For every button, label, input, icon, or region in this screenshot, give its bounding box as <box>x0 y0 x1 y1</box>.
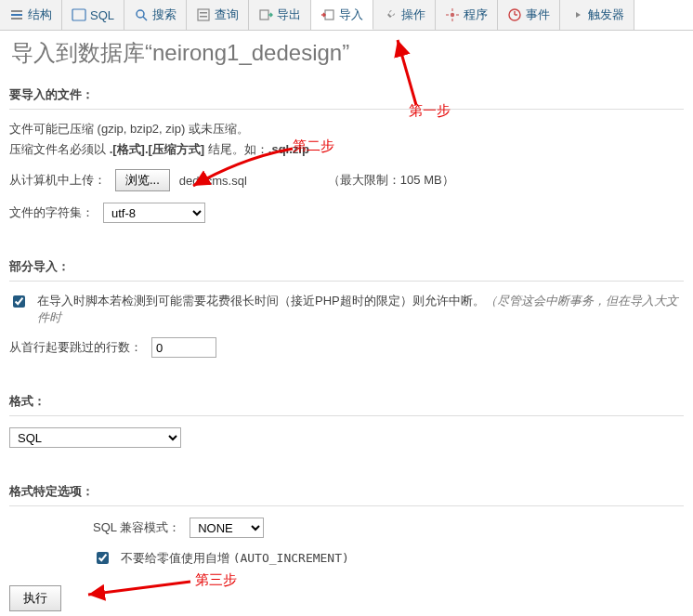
heading-file-to-import: 要导入的文件： <box>9 81 684 110</box>
search-icon <box>134 7 149 22</box>
svg-rect-3 <box>72 9 85 20</box>
tab-query[interactable]: 查询 <box>187 0 249 30</box>
select-format[interactable]: SQL <box>9 427 181 448</box>
browse-button[interactable]: 浏览... <box>115 169 170 191</box>
text-no-autoincrement: 不要给零值使用自增 (AUTO_INCREMENT) <box>121 550 349 567</box>
label-sql-compat: SQL 兼容模式： <box>93 519 180 536</box>
tab-label: 事件 <box>526 7 550 23</box>
text-max-limit: （最大限制：105 MB） <box>328 172 454 189</box>
wrench-icon <box>383 7 398 22</box>
label-skip-rows: 从首行起要跳过的行数： <box>9 339 142 356</box>
text-compress-note: 文件可能已压缩 (gzip, bzip2, zip) 或未压缩。 <box>9 121 684 138</box>
input-skip-rows[interactable] <box>151 337 216 358</box>
select-sql-compat[interactable]: NONE <box>190 518 264 538</box>
svg-rect-6 <box>198 9 209 20</box>
tab-bar: 结构 SQL 搜索 查询 导出 导入 操作 程序 事件 触发器 <box>0 0 693 31</box>
tab-label: 导入 <box>339 7 363 23</box>
text-file-name: dedecms.sql <box>179 174 263 188</box>
label-file-charset: 文件的字符集： <box>9 204 94 221</box>
tab-events[interactable]: 事件 <box>498 0 560 30</box>
heading-format: 格式： <box>9 387 684 416</box>
tab-sql[interactable]: SQL <box>62 0 124 30</box>
svg-rect-7 <box>200 12 207 14</box>
tab-label: 触发器 <box>588 7 624 23</box>
text-name-rule: 压缩文件名必须以 .[格式].[压缩方式] 结尾。如：.sql.zip <box>9 141 684 158</box>
tab-export[interactable]: 导出 <box>249 0 311 30</box>
tab-label: 操作 <box>401 7 425 23</box>
tab-routines[interactable]: 程序 <box>436 0 498 30</box>
label-upload-from-computer: 从计算机中上传： <box>9 172 106 189</box>
sql-icon <box>72 7 86 22</box>
tab-search[interactable]: 搜索 <box>124 0 187 30</box>
checkbox-no-autoincrement[interactable] <box>97 552 109 564</box>
tab-label: 搜索 <box>152 7 177 23</box>
structure-icon <box>9 7 24 22</box>
svg-rect-2 <box>11 18 22 20</box>
svg-rect-0 <box>11 10 22 12</box>
select-file-charset[interactable]: utf-8 <box>103 203 205 223</box>
heading-format-options: 格式特定选项： <box>9 478 684 506</box>
import-icon <box>320 7 335 22</box>
svg-line-5 <box>143 17 147 20</box>
svg-rect-8 <box>200 16 207 18</box>
tab-label: 导出 <box>277 7 301 23</box>
tab-label: 结构 <box>28 7 52 23</box>
page-title: 导入到数据库“neirong1_dedesign” <box>0 31 693 81</box>
checkbox-allow-interrupt[interactable] <box>13 295 25 308</box>
trigger-icon <box>569 7 584 22</box>
query-icon <box>196 7 211 22</box>
tab-label: 查询 <box>215 7 239 23</box>
text-allow-interrupt: 在导入时脚本若检测到可能需要花费很长时间（接近PHP超时的限定）则允许中断。（尽… <box>37 293 684 326</box>
tab-import[interactable]: 导入 <box>311 0 373 30</box>
tab-structure[interactable]: 结构 <box>0 0 62 30</box>
tab-label: SQL <box>90 8 114 22</box>
svg-point-4 <box>137 10 144 18</box>
svg-rect-9 <box>260 10 268 20</box>
clock-icon <box>507 7 522 22</box>
svg-rect-1 <box>11 14 22 16</box>
heading-partial-import: 部分导入： <box>9 253 684 282</box>
svg-point-11 <box>451 13 454 17</box>
tab-triggers[interactable]: 触发器 <box>560 0 634 30</box>
go-button[interactable]: 执行 <box>9 585 61 611</box>
svg-rect-10 <box>325 10 333 20</box>
routines-icon <box>445 7 460 22</box>
tab-label: 程序 <box>464 7 488 23</box>
tab-operations[interactable]: 操作 <box>373 0 436 30</box>
export-icon <box>258 7 273 22</box>
